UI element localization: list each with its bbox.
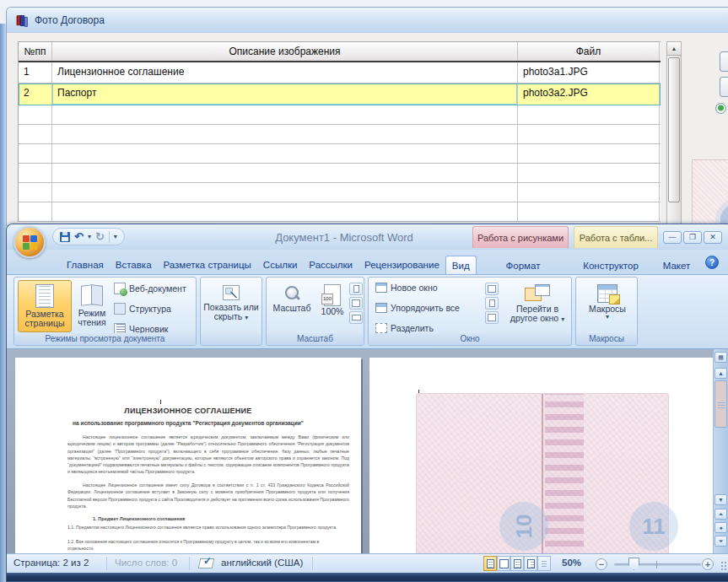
reset-position-button[interactable] <box>485 311 499 324</box>
view-side-by-side-button[interactable] <box>485 283 499 295</box>
outline-label: Структура <box>129 304 171 314</box>
group-label-zoom: Масштаб <box>267 333 364 345</box>
scrollbar-thumb[interactable] <box>715 380 727 428</box>
word-titlebar[interactable]: ↶ ▾ ↻ ▾ Документ1 - Microsoft Word Работ… <box>7 224 728 250</box>
undo-dropdown-icon[interactable]: ▾ <box>88 234 91 240</box>
resize-grip[interactable] <box>720 561 728 571</box>
web-layout-icon <box>114 283 126 294</box>
cell-num[interactable]: 2 <box>19 84 52 105</box>
doc-item: 1.1. Предметом настоящего Лицензионного … <box>67 524 337 531</box>
zoom-button[interactable]: Масштаб <box>270 280 314 332</box>
view-print-layout-button[interactable] <box>483 556 497 571</box>
tab-rassylki[interactable]: Рассылки <box>303 256 359 274</box>
zoom-in-icon[interactable]: + <box>702 558 714 570</box>
view-fullscreen-button[interactable] <box>497 556 510 571</box>
tab-razmetka[interactable]: Разметка страницы <box>158 256 257 274</box>
radio-selected-icon <box>715 103 726 114</box>
one-page-button[interactable] <box>349 283 363 295</box>
delete-photo-button[interactable]: У <box>720 77 728 97</box>
new-window-button[interactable]: Новое окно <box>375 283 438 293</box>
add-photo-button[interactable]: Д <box>720 51 728 72</box>
help-icon[interactable]: ? <box>705 256 719 269</box>
zoom-out-icon[interactable]: − <box>596 558 607 570</box>
column-header-description[interactable]: Описание изображения <box>52 42 518 61</box>
app-window-edge <box>0 24 6 582</box>
cell-description[interactable]: Паспорт <box>52 84 518 105</box>
view-shortcuts <box>483 556 551 571</box>
cell-file[interactable]: photo3a1.JPG <box>518 62 660 83</box>
next-page-icon[interactable]: ⏷ <box>715 536 727 547</box>
switch-windows-icon <box>525 284 550 303</box>
books-icon <box>15 13 29 27</box>
zoom-percentage[interactable]: 50% <box>562 558 581 568</box>
table-row[interactable] <box>19 105 661 125</box>
photo-radio[interactable]: Ф <box>715 102 728 114</box>
tab-konstruktor[interactable]: Конструктор <box>570 256 651 274</box>
cell-description[interactable]: Лицензионное соглашение <box>52 62 518 83</box>
previous-page-icon[interactable]: ⏶ <box>715 509 727 520</box>
page-layout-button[interactable]: Разметка страницы <box>18 280 72 332</box>
view-draft-button[interactable] <box>537 556 551 571</box>
tab-format[interactable]: Формат <box>479 256 567 274</box>
tab-glavnaya[interactable]: Главная <box>61 256 110 274</box>
view-outline-button[interactable] <box>524 556 537 571</box>
table-row[interactable] <box>19 183 661 202</box>
language-indicator[interactable]: английский (США) <box>221 558 303 568</box>
redo-icon[interactable]: ↻ <box>95 231 105 242</box>
table-row[interactable] <box>19 202 661 222</box>
office-logo-icon <box>23 235 37 250</box>
table-row-selected[interactable]: 2 Паспорт photo3a2.JPG <box>19 84 661 105</box>
ruler-toggle-icon[interactable]: ▦ <box>715 352 727 363</box>
photo-table-scrollbar[interactable]: ▲ <box>666 41 682 226</box>
close-button[interactable]: ✕ <box>704 231 722 244</box>
page-indicator[interactable]: Страница: 2 из 2 <box>13 558 89 568</box>
arrange-all-button[interactable]: Упорядочить все <box>375 303 460 313</box>
zoom-slider-track[interactable] <box>614 563 701 566</box>
web-layout-button[interactable]: Веб-документ <box>114 283 186 294</box>
reading-mode-button[interactable]: Режим чтения <box>73 280 111 332</box>
view-web-button[interactable] <box>510 556 524 571</box>
document-scrollbar[interactable]: ▦ ▲ ▼ ⏶ ● ⏷ <box>713 349 728 553</box>
save-icon[interactable] <box>60 232 70 242</box>
zoom-100-button[interactable]: 100% <box>315 280 349 332</box>
zoom-slider-handle[interactable] <box>628 558 639 570</box>
page-width-button[interactable] <box>349 311 363 324</box>
show-hide-icon <box>223 285 240 300</box>
column-header-num[interactable]: №пп <box>19 42 52 61</box>
scroll-up-icon[interactable]: ▲ <box>667 42 681 56</box>
passport-preview-image <box>692 159 728 226</box>
scrollbar-thumb[interactable] <box>668 57 680 202</box>
tab-maket[interactable]: Макет <box>655 256 698 274</box>
tab-ssylki[interactable]: Ссылки <box>257 256 304 274</box>
passport-image[interactable]: 10 11 <box>416 393 669 553</box>
column-header-file[interactable]: Файл <box>518 42 660 61</box>
table-row[interactable] <box>19 125 661 144</box>
tab-vstavka[interactable]: Вставка <box>110 256 158 274</box>
cell-file[interactable]: photo3a2.JPG <box>518 84 660 105</box>
sync-scrolling-button[interactable] <box>485 297 499 310</box>
split-button[interactable]: Разделить <box>375 323 434 333</box>
two-pages-button[interactable] <box>349 297 363 310</box>
table-row[interactable] <box>19 144 661 164</box>
doc-paragraph: Настоящее лицензионное соглашение являет… <box>67 434 349 476</box>
table-row[interactable]: 1 Лицензионное соглашение photo3a1.JPG <box>19 62 661 84</box>
group-label-view-modes: Режимы просмотра документа <box>14 333 196 345</box>
spellcheck-icon[interactable] <box>199 557 213 569</box>
maximize-button[interactable]: ❐ <box>683 231 702 244</box>
office-button[interactable] <box>13 226 46 258</box>
tab-vid-active[interactable]: Вид <box>445 256 477 274</box>
scroll-up-icon[interactable]: ▲ <box>715 368 727 379</box>
table-row[interactable] <box>19 164 661 183</box>
macros-button[interactable]: Макросы ▾ <box>583 280 632 332</box>
select-browse-object-icon[interactable]: ● <box>715 522 727 533</box>
photo-window-titlebar[interactable]: Фото Договора <box>7 8 728 33</box>
minimize-button[interactable]: — <box>663 231 682 244</box>
word-count[interactable]: Число слов: 0 <box>115 558 177 568</box>
scroll-down-icon[interactable]: ▼ <box>715 494 727 505</box>
customize-qat-icon[interactable]: ▾ <box>114 234 117 240</box>
outline-button[interactable]: Структура <box>114 303 171 315</box>
cell-num[interactable]: 1 <box>19 62 52 83</box>
tab-recenzirovanie[interactable]: Рецензирование <box>359 256 445 274</box>
undo-icon[interactable]: ↶ <box>74 231 84 242</box>
switch-windows-button[interactable]: Перейти в другое окно ▾ <box>507 280 568 339</box>
